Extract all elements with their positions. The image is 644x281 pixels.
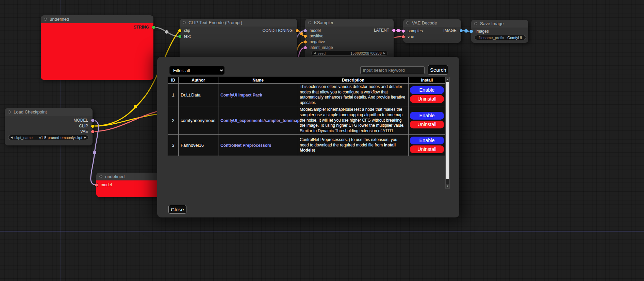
node-body: MODEL CLIP VAE ◀ ckpt_name v1-5-pruned-e… xyxy=(5,116,93,145)
slot-label: CONDITIONING xyxy=(262,28,293,33)
filename-prefix-widget[interactable]: filename_prefix ComfyUI xyxy=(475,35,526,40)
increment-icon[interactable]: ▶ xyxy=(84,135,86,140)
input-dot-positive[interactable] xyxy=(304,35,307,38)
node-titlebar[interactable]: Load Checkpoint xyxy=(5,108,93,116)
link-dot xyxy=(464,29,468,33)
input-slot-negative: negative xyxy=(305,39,325,45)
output-dot-model[interactable] xyxy=(91,119,94,122)
output-dot-conditioning[interactable] xyxy=(296,29,299,32)
uninstall-button[interactable]: Uninstall xyxy=(410,145,444,153)
input-dot-model[interactable] xyxy=(304,29,307,32)
input-dot-clip[interactable] xyxy=(178,29,181,32)
slot-label: IMAGE xyxy=(443,28,457,33)
column-header: Author xyxy=(179,77,218,84)
node-titlebar[interactable]: KSampler xyxy=(305,19,394,27)
node-load-checkpoint[interactable]: Load Checkpoint MODEL CLIP VAE ◀ ckpt_na… xyxy=(5,108,93,145)
node-titlebar[interactable]: Save Image xyxy=(471,20,528,28)
filter-select[interactable]: Filter: all xyxy=(169,66,225,75)
node-body: images filename_prefix ComfyUI xyxy=(471,28,528,43)
extension-link[interactable]: ControlNet Preprocessors xyxy=(220,143,271,148)
node-titlebar[interactable]: undefined xyxy=(41,15,153,23)
scroll-up-icon[interactable]: ▲ xyxy=(446,77,449,82)
node-title: undefined xyxy=(105,174,125,179)
enable-button[interactable]: Enable xyxy=(410,112,444,120)
widget-value: v1-5-pruned-emaonly.ckpt xyxy=(39,136,82,140)
slot-label: negative xyxy=(310,39,325,44)
search-input[interactable] xyxy=(360,66,425,74)
decrement-icon[interactable]: ◀ xyxy=(11,135,13,140)
collapse-dot-icon[interactable] xyxy=(8,110,11,113)
extension-table-body: 1Dr.Lt.DataComfyUI Impact PackThis exten… xyxy=(168,84,446,156)
node-title: Save Image xyxy=(480,21,503,26)
uninstall-button[interactable]: Uninstall xyxy=(410,121,444,128)
input-dot-vae[interactable] xyxy=(402,35,405,38)
slot-label: VAE xyxy=(80,129,88,134)
node-body: model xyxy=(96,180,161,197)
increment-icon[interactable]: ▶ xyxy=(383,51,385,56)
link-dot xyxy=(299,32,303,35)
output-dot-latent[interactable] xyxy=(392,29,395,32)
input-dot-negative[interactable] xyxy=(304,40,307,43)
node-body: STRING xyxy=(41,23,153,80)
extension-table: IDAuthorNameDescriptionInstall 1Dr.Lt.Da… xyxy=(168,77,445,156)
scrollbar-thumb[interactable] xyxy=(446,82,449,179)
uninstall-button[interactable]: Uninstall xyxy=(410,95,444,103)
extension-id: 1 xyxy=(168,84,179,106)
collapse-dot-icon[interactable] xyxy=(99,175,102,178)
output-dot-clip[interactable] xyxy=(91,125,94,128)
output-dot-image[interactable] xyxy=(460,29,463,32)
install-cell: EnableUninstall xyxy=(409,106,446,135)
input-dot-latent-image[interactable] xyxy=(304,46,307,49)
node-title: Load Checkpoint xyxy=(14,109,47,115)
link-dot xyxy=(397,29,400,32)
node-title: VAE Decode xyxy=(412,20,437,25)
description-text: ) xyxy=(314,148,315,153)
node-graph-canvas[interactable]: undefined STRING CLIP Text Encode (Promp… xyxy=(0,0,644,281)
scroll-down-icon[interactable]: ▼ xyxy=(446,184,449,188)
output-slot-conditioning: CONDITIONING xyxy=(262,28,297,33)
widget-value: ComfyUI xyxy=(507,36,522,40)
node-undefined-top[interactable]: undefined STRING xyxy=(41,15,153,80)
extension-row: 1Dr.Lt.DataComfyUI Impact PackThis exten… xyxy=(168,84,446,106)
slot-label: images xyxy=(476,29,489,34)
close-button[interactable]: Close xyxy=(168,205,186,214)
collapse-dot-icon[interactable] xyxy=(406,21,409,24)
node-undefined-bottom[interactable]: undefined model xyxy=(96,173,161,197)
output-dot-string[interactable] xyxy=(152,26,155,29)
seed-widget[interactable]: ◀ seed 156680208700286 ▶ xyxy=(311,51,388,56)
search-button[interactable]: Search xyxy=(428,65,448,75)
wire-string xyxy=(153,27,180,36)
node-titlebar[interactable]: VAE Decode xyxy=(403,19,461,27)
collapse-dot-icon[interactable] xyxy=(44,18,47,21)
node-titlebar[interactable]: CLIP Text Encode (Prompt) xyxy=(180,19,297,27)
output-slot-model: MODEL xyxy=(73,118,93,123)
extension-author: Dr.Lt.Data xyxy=(179,84,218,106)
node-vae-decode[interactable]: VAE Decode samples vae IMAGE xyxy=(403,19,461,43)
extension-name: ControlNet Preprocessors xyxy=(218,135,298,156)
output-dot-vae[interactable] xyxy=(91,130,94,133)
input-dot-text[interactable] xyxy=(178,35,181,38)
input-dot-samples[interactable] xyxy=(402,30,405,33)
enable-button[interactable]: Enable xyxy=(410,86,444,94)
output-slot-latent: LATENT xyxy=(374,28,394,33)
collapse-dot-icon[interactable] xyxy=(474,22,477,25)
collapse-dot-icon[interactable] xyxy=(308,21,311,24)
slot-label: model xyxy=(310,28,321,33)
input-dot-images[interactable] xyxy=(470,30,473,33)
input-dot-model[interactable] xyxy=(95,183,98,187)
ckpt-name-widget[interactable]: ◀ ckpt_name v1-5-pruned-emaonly.ckpt ▶ xyxy=(8,135,88,140)
input-slot-model: model xyxy=(96,182,112,188)
enable-button[interactable]: Enable xyxy=(410,137,444,144)
node-title: KSampler xyxy=(314,20,333,25)
node-save-image[interactable]: Save Image images filename_prefix ComfyU… xyxy=(471,20,528,43)
decrement-icon[interactable]: ◀ xyxy=(314,51,316,56)
extension-link[interactable]: ComfyUI Impact Pack xyxy=(220,93,262,98)
collapse-dot-icon[interactable] xyxy=(183,21,186,24)
link-dot xyxy=(134,105,137,108)
node-titlebar[interactable]: undefined xyxy=(96,173,161,180)
table-scrollbar[interactable]: ▲ ▼ xyxy=(445,77,450,189)
extension-description: This extension offers various detector n… xyxy=(298,84,409,106)
input-slot-latent-image: latent_image xyxy=(305,45,333,50)
extension-link[interactable]: ComfyUI_experiments/sampler_tonemap xyxy=(220,118,300,123)
column-header: Name xyxy=(218,77,298,84)
